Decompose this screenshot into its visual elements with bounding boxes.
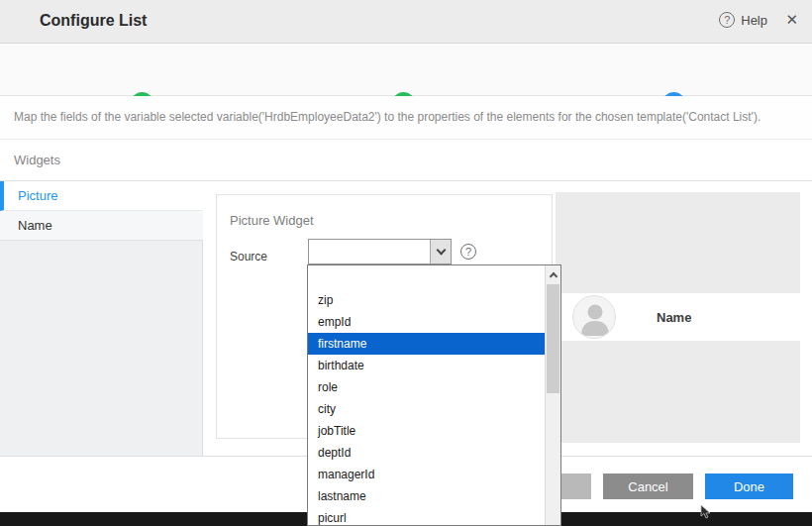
wizard-stepper: Data Template 3 Bind Fields [0,44,812,96]
source-select[interactable] [308,239,452,264]
cancel-button[interactable]: Cancel [603,473,693,499]
scroll-up-button[interactable] [546,265,560,282]
source-select-dropdown-button[interactable] [430,240,451,263]
source-help-icon[interactable]: ? [460,244,476,260]
widgets-title: Widgets [14,153,60,167]
widgets-header: Widgets [0,140,812,181]
dialog-header: Configure List ? Help ✕ [0,0,812,44]
configure-list-dialog: Configure List ? Help ✕ Data Template 3 … [0,0,812,526]
dropdown-option[interactable]: birthdate [308,355,546,376]
dropdown-scrollbar[interactable] [545,265,560,525]
dropdown-option[interactable]: picurl [308,507,546,526]
preview-name-label: Name [657,310,691,325]
dropdown-option[interactable]: managerId [308,464,546,485]
dropdown-option[interactable] [308,265,546,289]
page-title: Configure List [40,12,147,30]
dropdown-option[interactable]: city [308,398,546,420]
chevron-up-icon [549,271,557,279]
dropdown-option-selected[interactable]: firstname [308,333,546,355]
scrollbar-thumb[interactable] [547,284,559,393]
preview-contact-row: Name [556,293,800,341]
description-bar: Map the fields of the variable selected … [0,96,812,140]
dropdown-option[interactable]: zip [308,289,546,311]
sidebar-item-name[interactable]: Name [0,211,203,241]
dropdown-option[interactable]: jobTitle [308,420,546,442]
dropdown-option[interactable]: role [308,376,546,398]
mouse-cursor [700,504,712,520]
done-button[interactable]: Done [705,473,793,499]
dropdown-options: zip empId firstname birthdate role city … [308,265,546,526]
source-label: Source [230,250,267,263]
help-label: Help [741,13,767,28]
widgets-sidebar: Picture Name [0,181,203,456]
help-icon: ? [719,12,735,28]
source-dropdown-list: zip empId firstname birthdate role city … [307,264,561,526]
avatar [572,295,616,339]
help-button[interactable]: ? Help [719,12,767,28]
close-icon[interactable]: ✕ [785,11,798,29]
description-text: Map the fields of the variable selected … [14,110,761,124]
chevron-down-icon [436,246,446,256]
sidebar-item-picture[interactable]: Picture [0,181,203,211]
panel-title: Picture Widget [230,213,314,228]
dropdown-option[interactable]: deptId [308,442,546,464]
template-preview: Name [556,192,800,443]
dropdown-option[interactable]: empId [308,311,546,333]
dropdown-option[interactable]: lastname [308,485,546,507]
person-icon [573,296,616,339]
